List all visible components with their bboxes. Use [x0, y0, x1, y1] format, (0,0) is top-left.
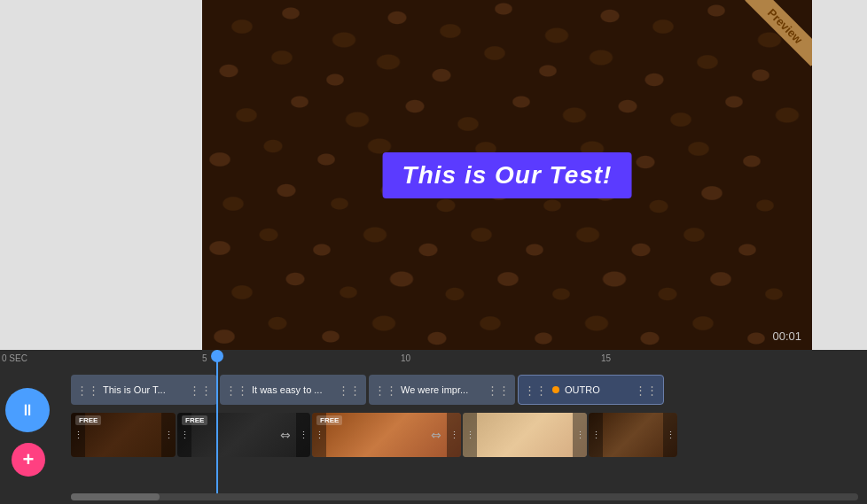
- preview-watermark: Preview: [732, 0, 812, 80]
- clip1-right-handle[interactable]: ⋮: [161, 413, 176, 457]
- clip2-handle-right: ⋮⋮: [338, 384, 361, 397]
- playhead-handle[interactable]: [211, 350, 223, 362]
- playhead-line: [216, 350, 218, 493]
- clip1-free-badge: FREE: [75, 415, 101, 425]
- ruler-5: 5: [202, 353, 207, 363]
- clip1-handle-right: ⋮⋮: [189, 384, 212, 397]
- clip2-right-handle[interactable]: ⋮: [296, 413, 310, 457]
- video-text-overlay: This is Our Test!: [383, 152, 632, 198]
- play-pause-button[interactable]: ⏸: [5, 388, 50, 432]
- overlay-text: This is Our Test!: [402, 161, 613, 189]
- video-clip-2[interactable]: FREE ⋮ ⇔ ⋮: [177, 413, 310, 457]
- clip2-expand[interactable]: ⇔: [277, 413, 294, 457]
- clip3-handle-right: ⋮⋮: [487, 384, 510, 397]
- right-panel: [812, 0, 867, 350]
- timeline-scrollbar[interactable]: [71, 493, 858, 500]
- watermark-label: Preview: [745, 0, 812, 66]
- outro-label: OUTRO: [565, 384, 600, 395]
- clip2-label: It was easy to ...: [252, 384, 322, 395]
- text-track: ⋮⋮ This is Our T... ⋮⋮ ⋮⋮ It was easy to…: [0, 373, 867, 407]
- outro-handle-right: ⋮⋮: [635, 384, 658, 397]
- text-clip-1[interactable]: ⋮⋮ This is Our T... ⋮⋮: [71, 375, 217, 405]
- clip3-right-handle[interactable]: ⋮: [447, 413, 461, 457]
- clip3-free-badge: FREE: [316, 415, 342, 425]
- clip1-label: This is Our T...: [103, 384, 166, 395]
- left-panel: [0, 0, 202, 350]
- video-track: FREE ⋮ ⋮ FREE ⋮ ⇔ ⋮ FREE ⋮ ⇔ ⋮ ⋮: [0, 410, 867, 460]
- ruler-10: 10: [401, 353, 410, 363]
- clip2-handle-left: ⋮⋮: [225, 384, 248, 397]
- video-clip-4[interactable]: ⋮ ⋮: [463, 413, 587, 457]
- text-clip-outro[interactable]: ⋮⋮ OUTRO ⋮⋮: [518, 375, 664, 405]
- video-timestamp: 00:01: [772, 330, 801, 343]
- text-clip-3[interactable]: ⋮⋮ We were impr... ⋮⋮: [369, 375, 515, 405]
- clip5-left-handle[interactable]: ⋮: [589, 413, 603, 457]
- clip3-label: We were impr...: [401, 384, 468, 395]
- scrollbar-thumb[interactable]: [71, 493, 160, 500]
- ruler-15: 15: [601, 353, 611, 363]
- timeline-section: 0 SEC 5 10 15 ⋮⋮ This is Our T... ⋮⋮ ⋮⋮ …: [0, 350, 867, 504]
- clip2-free-badge: FREE: [182, 415, 207, 425]
- clip4-right-handle[interactable]: ⋮: [573, 413, 587, 457]
- video-clip-3[interactable]: FREE ⋮ ⇔ ⋮: [312, 413, 461, 457]
- text-clip-2[interactable]: ⋮⋮ It was easy to ... ⋮⋮: [220, 375, 366, 405]
- page: This is Our Test! Preview 00:01 0 SEC 5 …: [0, 0, 867, 504]
- ruler-0: 0 SEC: [2, 353, 27, 363]
- clip1-handle-left: ⋮⋮: [76, 384, 99, 397]
- clip3-handle-left: ⋮⋮: [374, 384, 397, 397]
- clip4-left-handle[interactable]: ⋮: [463, 413, 477, 457]
- video-clip-5[interactable]: ⋮ ⋮: [589, 413, 677, 457]
- add-button[interactable]: +: [12, 443, 45, 477]
- video-preview: This is Our Test! Preview 00:01: [202, 0, 812, 350]
- clip5-right-handle[interactable]: ⋮: [663, 413, 677, 457]
- ruler-area: 0 SEC 5 10 15: [0, 350, 867, 369]
- clip3-expand[interactable]: ⇔: [427, 413, 445, 457]
- outro-dot: [552, 386, 559, 393]
- video-clip-1[interactable]: FREE ⋮ ⋮: [71, 413, 176, 457]
- outro-handle-left: ⋮⋮: [524, 384, 547, 397]
